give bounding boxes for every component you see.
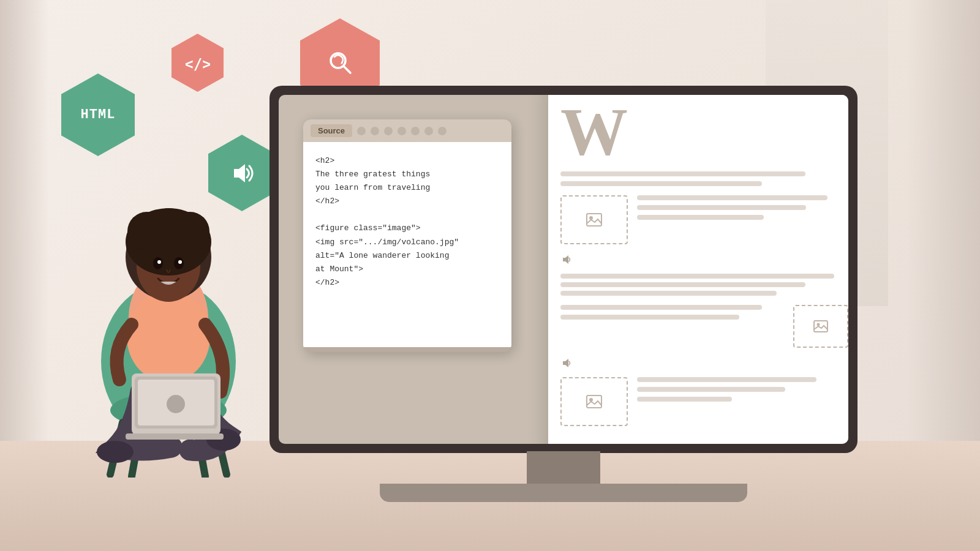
wiki-row-3 [560, 377, 848, 426]
laptop-screen-frame: Source <h2> The three gratest things you… [270, 86, 858, 453]
svg-line-2 [344, 66, 350, 73]
svg-rect-35 [814, 321, 827, 332]
code-content: <h2> The three gratest things you learn … [303, 142, 511, 347]
person-illustration [61, 135, 276, 478]
wiki-text-group-1 [637, 195, 848, 225]
wiki-row-2 [560, 305, 848, 348]
wiki-panel: W [548, 95, 848, 444]
wiki-text-line-6 [560, 291, 777, 296]
image-placeholder-icon-2 [813, 319, 828, 334]
header-dot-5 [411, 127, 420, 135]
wiki-text-line-8 [560, 315, 739, 320]
svg-point-30 [167, 395, 185, 413]
wiki-image-1 [560, 195, 628, 244]
wiki-image-3 [560, 377, 628, 426]
header-dot-2 [371, 127, 379, 135]
wiki-line-2 [560, 181, 762, 186]
speaker-small-icon-2 [560, 357, 573, 369]
svg-point-19 [137, 225, 167, 255]
wiki-text-line-11 [637, 397, 732, 402]
wiki-row-1 [560, 195, 848, 244]
wiki-text-line-9 [637, 377, 816, 382]
wiki-text-group-2 [560, 305, 784, 348]
laptop-stand [527, 451, 600, 485]
speaker-icon-wiki-2 [560, 357, 848, 372]
speaker-icon-wiki-1 [560, 253, 848, 269]
source-label: Source [311, 124, 352, 137]
svg-marker-34 [563, 255, 568, 264]
code-editor-panel: Source <h2> The three gratest things you… [303, 119, 511, 352]
wiki-text-line-3 [637, 215, 764, 220]
search-refresh-icon [323, 46, 357, 80]
svg-point-36 [817, 323, 820, 326]
svg-rect-31 [126, 433, 224, 440]
wiki-line-1 [560, 171, 805, 176]
laptop-container: Source <h2> The three gratest things you… [270, 86, 858, 502]
wiki-logo-letter: W [560, 98, 848, 165]
wiki-image-2 [793, 305, 848, 348]
wiki-text-group-3 [637, 377, 848, 407]
wiki-text-line-2 [637, 205, 806, 210]
svg-text:</>: </> [186, 56, 210, 73]
svg-point-25 [97, 441, 134, 463]
html-label: HTML [81, 107, 116, 122]
code-icon: </> [186, 51, 210, 75]
wiki-text-line-5 [560, 282, 805, 287]
svg-marker-37 [563, 359, 568, 367]
speaker-small-icon [560, 253, 573, 266]
svg-point-24 [178, 260, 182, 264]
laptop-base [380, 484, 747, 502]
svg-rect-32 [587, 214, 601, 226]
header-dot-6 [424, 127, 433, 135]
code-hexagon: </> [172, 34, 224, 92]
header-dot-3 [384, 127, 393, 135]
svg-point-23 [157, 260, 161, 264]
svg-point-12 [127, 291, 210, 383]
code-panel-header: Source [303, 119, 511, 142]
header-dot-1 [357, 127, 366, 135]
laptop-screen-inner: Source <h2> The three gratest things you… [279, 95, 848, 444]
wiki-text-line-7 [560, 305, 762, 310]
wiki-text-line-10 [637, 387, 785, 392]
person-svg [61, 135, 276, 478]
header-dot-4 [398, 127, 406, 135]
image-placeholder-icon-3 [586, 393, 603, 410]
svg-rect-38 [587, 395, 601, 408]
wiki-text-line-4 [560, 274, 834, 279]
header-dot-7 [438, 127, 447, 135]
svg-point-20 [170, 225, 200, 255]
wiki-text-line-1 [637, 195, 827, 200]
image-placeholder-icon-1 [586, 211, 603, 228]
